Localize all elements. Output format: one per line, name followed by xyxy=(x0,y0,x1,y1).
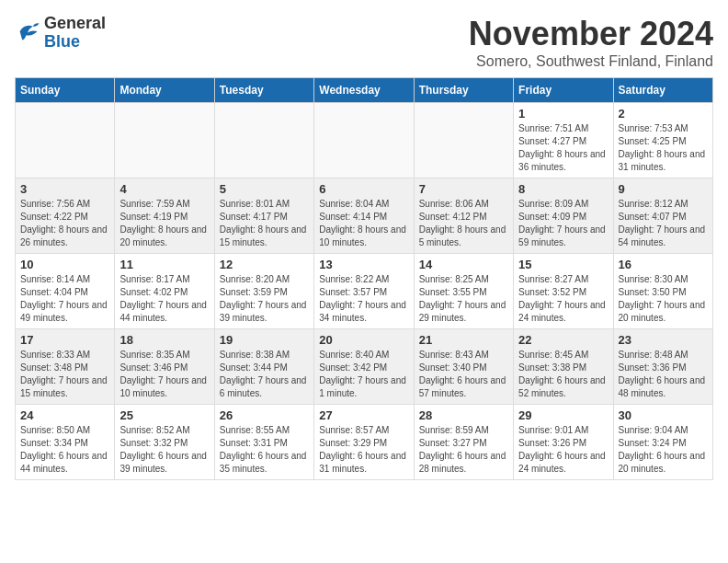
day-number: 28 xyxy=(419,408,508,422)
day-info: Sunrise: 8:35 AM Sunset: 3:46 PM Dayligh… xyxy=(119,349,209,400)
day-number: 12 xyxy=(220,258,309,271)
day-number: 2 xyxy=(619,107,708,121)
day-info: Sunrise: 8:01 AM Sunset: 4:17 PM Dayligh… xyxy=(220,198,309,249)
calendar-day-cell: 19Sunrise: 8:38 AM Sunset: 3:44 PM Dayli… xyxy=(214,329,313,405)
calendar-day-cell: 27Sunrise: 8:57 AM Sunset: 3:29 PM Dayli… xyxy=(314,405,414,480)
calendar-day-cell xyxy=(414,103,513,178)
weekday-header: Sunday xyxy=(16,78,115,103)
day-info: Sunrise: 8:17 AM Sunset: 4:02 PM Dayligh… xyxy=(119,273,209,325)
day-number: 3 xyxy=(20,182,109,196)
day-info: Sunrise: 8:14 AM Sunset: 4:04 PM Dayligh… xyxy=(20,273,109,325)
day-number: 16 xyxy=(619,258,708,271)
logo-general: General xyxy=(44,15,106,33)
calendar-week-row: 1Sunrise: 7:51 AM Sunset: 4:27 PM Daylig… xyxy=(16,103,713,178)
location-title: Somero, Southwest Finland, Finland xyxy=(469,53,713,70)
day-number: 8 xyxy=(518,182,608,196)
calendar-day-cell xyxy=(16,103,115,178)
day-info: Sunrise: 8:40 AM Sunset: 3:42 PM Dayligh… xyxy=(319,349,408,400)
day-number: 24 xyxy=(20,408,109,422)
day-number: 7 xyxy=(419,182,508,196)
day-info: Sunrise: 8:52 AM Sunset: 3:32 PM Dayligh… xyxy=(119,424,209,476)
day-number: 23 xyxy=(619,333,708,347)
day-number: 10 xyxy=(20,258,109,271)
day-info: Sunrise: 8:38 AM Sunset: 3:44 PM Dayligh… xyxy=(220,349,309,400)
calendar-day-cell: 14Sunrise: 8:25 AM Sunset: 3:55 PM Dayli… xyxy=(414,254,513,329)
calendar-week-row: 17Sunrise: 8:33 AM Sunset: 3:48 PM Dayli… xyxy=(16,329,713,405)
day-number: 27 xyxy=(319,408,408,422)
weekday-header: Thursday xyxy=(414,78,513,103)
calendar-day-cell: 9Sunrise: 8:12 AM Sunset: 4:07 PM Daylig… xyxy=(613,178,712,254)
calendar-day-cell: 23Sunrise: 8:48 AM Sunset: 3:36 PM Dayli… xyxy=(613,329,712,405)
day-number: 1 xyxy=(518,107,608,121)
logo-blue: Blue xyxy=(44,33,106,52)
day-info: Sunrise: 8:45 AM Sunset: 3:38 PM Dayligh… xyxy=(518,349,608,400)
day-info: Sunrise: 8:04 AM Sunset: 4:14 PM Dayligh… xyxy=(319,198,408,249)
calendar-day-cell xyxy=(115,103,214,178)
day-info: Sunrise: 8:43 AM Sunset: 3:40 PM Dayligh… xyxy=(419,349,508,400)
day-info: Sunrise: 7:51 AM Sunset: 4:27 PM Dayligh… xyxy=(518,122,608,174)
day-number: 26 xyxy=(220,408,309,422)
day-info: Sunrise: 8:30 AM Sunset: 3:50 PM Dayligh… xyxy=(619,273,708,325)
calendar-day-cell: 1Sunrise: 7:51 AM Sunset: 4:27 PM Daylig… xyxy=(514,103,613,178)
day-number: 13 xyxy=(319,258,408,271)
calendar-week-row: 24Sunrise: 8:50 AM Sunset: 3:34 PM Dayli… xyxy=(16,405,713,480)
page-header: General Blue November 2024 Somero, South… xyxy=(15,15,713,70)
calendar-day-cell: 3Sunrise: 7:56 AM Sunset: 4:22 PM Daylig… xyxy=(16,178,115,254)
weekday-header: Wednesday xyxy=(314,78,414,103)
month-title: November 2024 xyxy=(469,15,713,53)
day-number: 30 xyxy=(619,408,708,422)
logo-text: General Blue xyxy=(44,15,106,52)
day-info: Sunrise: 7:59 AM Sunset: 4:19 PM Dayligh… xyxy=(119,198,209,249)
calendar-day-cell: 8Sunrise: 8:09 AM Sunset: 4:09 PM Daylig… xyxy=(514,178,613,254)
calendar-week-row: 3Sunrise: 7:56 AM Sunset: 4:22 PM Daylig… xyxy=(16,178,713,254)
calendar-week-row: 10Sunrise: 8:14 AM Sunset: 4:04 PM Dayli… xyxy=(16,254,713,329)
calendar-day-cell: 13Sunrise: 8:22 AM Sunset: 3:57 PM Dayli… xyxy=(314,254,414,329)
calendar-day-cell: 26Sunrise: 8:55 AM Sunset: 3:31 PM Dayli… xyxy=(214,405,313,480)
day-info: Sunrise: 7:56 AM Sunset: 4:22 PM Dayligh… xyxy=(20,198,109,249)
calendar-day-cell: 21Sunrise: 8:43 AM Sunset: 3:40 PM Dayli… xyxy=(414,329,513,405)
day-info: Sunrise: 8:09 AM Sunset: 4:09 PM Dayligh… xyxy=(518,198,608,249)
calendar-day-cell: 11Sunrise: 8:17 AM Sunset: 4:02 PM Dayli… xyxy=(115,254,214,329)
day-info: Sunrise: 8:33 AM Sunset: 3:48 PM Dayligh… xyxy=(20,349,109,400)
calendar-day-cell xyxy=(214,103,313,178)
calendar-day-cell xyxy=(314,103,414,178)
day-info: Sunrise: 7:53 AM Sunset: 4:25 PM Dayligh… xyxy=(619,122,708,174)
day-number: 21 xyxy=(419,333,508,347)
day-info: Sunrise: 8:20 AM Sunset: 3:59 PM Dayligh… xyxy=(220,273,309,325)
day-info: Sunrise: 8:55 AM Sunset: 3:31 PM Dayligh… xyxy=(220,424,309,476)
calendar-day-cell: 2Sunrise: 7:53 AM Sunset: 4:25 PM Daylig… xyxy=(613,103,712,178)
weekday-header: Friday xyxy=(514,78,613,103)
day-info: Sunrise: 8:25 AM Sunset: 3:55 PM Dayligh… xyxy=(419,273,508,325)
logo: General Blue xyxy=(15,15,106,52)
day-info: Sunrise: 8:59 AM Sunset: 3:27 PM Dayligh… xyxy=(419,424,508,476)
day-number: 4 xyxy=(119,182,209,196)
calendar-day-cell: 18Sunrise: 8:35 AM Sunset: 3:46 PM Dayli… xyxy=(115,329,214,405)
calendar-day-cell: 25Sunrise: 8:52 AM Sunset: 3:32 PM Dayli… xyxy=(115,405,214,480)
calendar-day-cell: 17Sunrise: 8:33 AM Sunset: 3:48 PM Dayli… xyxy=(16,329,115,405)
calendar-day-cell: 7Sunrise: 8:06 AM Sunset: 4:12 PM Daylig… xyxy=(414,178,513,254)
calendar-day-cell: 4Sunrise: 7:59 AM Sunset: 4:19 PM Daylig… xyxy=(115,178,214,254)
day-number: 29 xyxy=(518,408,608,422)
calendar-day-cell: 30Sunrise: 9:04 AM Sunset: 3:24 PM Dayli… xyxy=(613,405,712,480)
day-info: Sunrise: 9:04 AM Sunset: 3:24 PM Dayligh… xyxy=(619,424,708,476)
calendar-day-cell: 5Sunrise: 8:01 AM Sunset: 4:17 PM Daylig… xyxy=(214,178,313,254)
calendar-day-cell: 24Sunrise: 8:50 AM Sunset: 3:34 PM Dayli… xyxy=(16,405,115,480)
day-info: Sunrise: 8:22 AM Sunset: 3:57 PM Dayligh… xyxy=(319,273,408,325)
day-info: Sunrise: 8:57 AM Sunset: 3:29 PM Dayligh… xyxy=(319,424,408,476)
calendar-day-cell: 20Sunrise: 8:40 AM Sunset: 3:42 PM Dayli… xyxy=(314,329,414,405)
calendar-day-cell: 6Sunrise: 8:04 AM Sunset: 4:14 PM Daylig… xyxy=(314,178,414,254)
weekday-header-row: SundayMondayTuesdayWednesdayThursdayFrid… xyxy=(16,78,713,103)
weekday-header: Tuesday xyxy=(214,78,313,103)
day-info: Sunrise: 8:50 AM Sunset: 3:34 PM Dayligh… xyxy=(20,424,109,476)
calendar-day-cell: 16Sunrise: 8:30 AM Sunset: 3:50 PM Dayli… xyxy=(613,254,712,329)
calendar-day-cell: 22Sunrise: 8:45 AM Sunset: 3:38 PM Dayli… xyxy=(514,329,613,405)
day-number: 15 xyxy=(518,258,608,271)
calendar-day-cell: 29Sunrise: 9:01 AM Sunset: 3:26 PM Dayli… xyxy=(514,405,613,480)
day-number: 22 xyxy=(518,333,608,347)
day-number: 9 xyxy=(619,182,708,196)
day-info: Sunrise: 8:12 AM Sunset: 4:07 PM Dayligh… xyxy=(619,198,708,249)
weekday-header: Saturday xyxy=(613,78,712,103)
day-number: 14 xyxy=(419,258,508,271)
day-number: 20 xyxy=(319,333,408,347)
calendar-table: SundayMondayTuesdayWednesdayThursdayFrid… xyxy=(15,77,713,480)
